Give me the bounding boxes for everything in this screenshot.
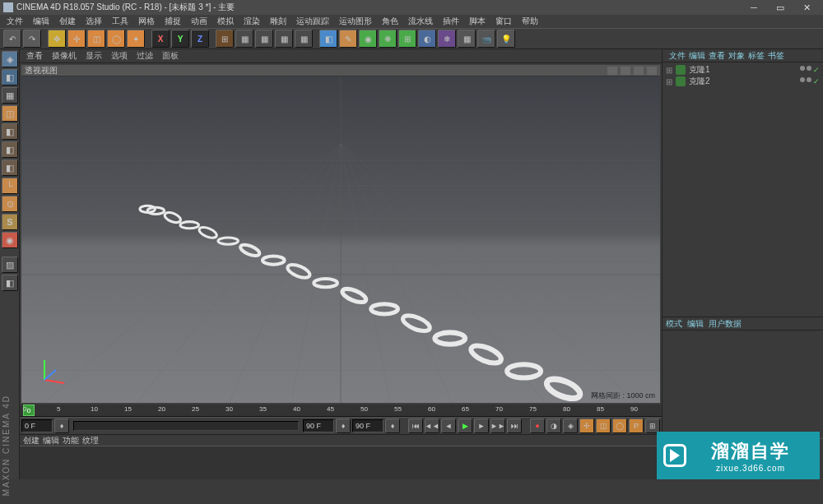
hypernurbs-button[interactable]: ❋ bbox=[379, 30, 397, 48]
timeline-ruler[interactable]: 0 0 5 10 15 20 25 30 35 40 45 50 55 60 6… bbox=[20, 405, 662, 417]
obj-tab-object[interactable]: 对象 bbox=[728, 50, 745, 62]
layer-dot[interactable] bbox=[800, 66, 805, 71]
vp-nav-pan-icon[interactable] bbox=[607, 67, 617, 75]
camera-button[interactable]: ▦ bbox=[458, 30, 476, 48]
menu-create[interactable]: 创建 bbox=[56, 16, 79, 27]
point-mode-button[interactable]: ◧ bbox=[2, 123, 18, 140]
coord-button[interactable]: ⊞ bbox=[216, 30, 234, 48]
obj-tab-bookmark[interactable]: 书签 bbox=[768, 50, 784, 62]
render-region-button[interactable]: ▦ bbox=[255, 30, 273, 48]
prev-key-button[interactable]: ◄◄ bbox=[425, 418, 439, 433]
scale-tool[interactable]: ◫ bbox=[87, 30, 105, 48]
axis-button[interactable]: └ bbox=[2, 178, 18, 194]
z-axis-toggle[interactable]: Z bbox=[191, 30, 209, 48]
goto-start-button[interactable]: ⏮ bbox=[408, 418, 423, 433]
attr-tab-userdata[interactable]: 用户数据 bbox=[709, 318, 742, 330]
frame-start-input[interactable] bbox=[21, 419, 53, 432]
mat-tab-texture[interactable]: 纹理 bbox=[82, 435, 99, 446]
menu-character[interactable]: 角色 bbox=[379, 16, 402, 27]
menu-snap[interactable]: 捕捉 bbox=[161, 16, 184, 27]
spin-button[interactable]: ♦ bbox=[385, 418, 400, 433]
keyframe-button[interactable]: ◈ bbox=[563, 418, 578, 433]
expand-icon[interactable]: ⊞ bbox=[666, 66, 672, 75]
mat-tab-create[interactable]: 创建 bbox=[23, 435, 40, 446]
light-button[interactable]: 📹 bbox=[477, 30, 495, 48]
menu-edit[interactable]: 编辑 bbox=[30, 16, 53, 27]
vp-tab-options[interactable]: 选项 bbox=[108, 50, 131, 62]
select-tool[interactable]: ✥ bbox=[48, 30, 66, 48]
obj-tab-file[interactable]: 文件 bbox=[669, 50, 686, 62]
undo-button[interactable]: ↶ bbox=[3, 30, 21, 48]
enable-check[interactable]: ✓ bbox=[813, 66, 820, 74]
frame-current-input[interactable] bbox=[352, 419, 384, 432]
vp-nav-rotate-icon[interactable] bbox=[634, 67, 644, 75]
viewport-3d[interactable]: 网格间距 : 1000 cm bbox=[21, 76, 660, 403]
deformer-button[interactable]: ◐ bbox=[418, 30, 436, 48]
obj-tab-edit[interactable]: 编辑 bbox=[689, 50, 705, 62]
vp-nav-max-icon[interactable] bbox=[647, 67, 657, 75]
live-select-tool[interactable]: ◈ bbox=[2, 51, 18, 67]
autokey-button[interactable]: ◑ bbox=[546, 418, 561, 433]
spin-button[interactable]: ♦ bbox=[54, 418, 69, 433]
material-panel[interactable] bbox=[20, 446, 662, 479]
move-tool[interactable]: ✢ bbox=[67, 30, 86, 48]
render-view-button[interactable]: ▦ bbox=[235, 30, 253, 48]
vp-tab-display[interactable]: 显示 bbox=[82, 50, 105, 62]
menu-tools[interactable]: 工具 bbox=[109, 16, 132, 27]
mat-tab-edit[interactable]: 编辑 bbox=[43, 435, 59, 446]
next-frame-button[interactable]: ► bbox=[474, 418, 489, 433]
workplane-lock-button[interactable]: ◉ bbox=[2, 232, 18, 248]
bulb-button[interactable]: 💡 bbox=[497, 30, 515, 48]
key-pos-button[interactable]: ✢ bbox=[579, 418, 594, 433]
texture-mode-button[interactable]: ▦ bbox=[2, 87, 18, 104]
y-axis-toggle[interactable]: Y bbox=[171, 30, 189, 48]
x-axis-toggle[interactable]: X bbox=[151, 30, 170, 48]
goto-end-button[interactable]: ⏭ bbox=[507, 418, 522, 433]
model-mode-button[interactable]: ◧ bbox=[2, 69, 18, 86]
timeline-range-slider[interactable] bbox=[73, 421, 299, 431]
key-scale-button[interactable]: ◫ bbox=[596, 418, 611, 433]
render-settings-button[interactable]: ▦ bbox=[295, 30, 313, 48]
vp-tab-view[interactable]: 查看 bbox=[23, 50, 46, 62]
menu-mograph[interactable]: 运动图形 bbox=[336, 16, 375, 27]
menu-script[interactable]: 脚本 bbox=[466, 16, 489, 27]
layer-dot[interactable] bbox=[800, 77, 805, 82]
frame-end-input[interactable] bbox=[303, 419, 334, 432]
vp-nav-zoom-icon[interactable] bbox=[621, 67, 630, 75]
menu-render[interactable]: 渲染 bbox=[240, 16, 263, 27]
menu-pipeline[interactable]: 流水线 bbox=[405, 16, 436, 27]
object-name[interactable]: 克隆2 bbox=[689, 76, 710, 87]
vp-tab-camera[interactable]: 摄像机 bbox=[49, 50, 80, 62]
menu-file[interactable]: 文件 bbox=[3, 16, 26, 27]
menu-plugins[interactable]: 插件 bbox=[439, 16, 463, 27]
menu-help[interactable]: 帮助 bbox=[518, 16, 542, 27]
close-button[interactable]: ✕ bbox=[793, 0, 820, 15]
nurbs-button[interactable]: ◉ bbox=[359, 30, 377, 48]
object-name[interactable]: 克隆1 bbox=[689, 64, 710, 76]
axis-ext-button[interactable]: ⊙ bbox=[2, 196, 18, 212]
expand-icon[interactable]: ⊞ bbox=[666, 77, 672, 86]
menu-sculpt[interactable]: 雕刻 bbox=[267, 16, 290, 27]
pen-tool[interactable]: ✎ bbox=[339, 30, 357, 48]
key-rot-button[interactable]: ◯ bbox=[612, 418, 627, 433]
object-row[interactable]: ⊞ 克隆1 ✓ bbox=[666, 64, 820, 76]
tweak-tool[interactable]: ▨ bbox=[2, 257, 18, 273]
object-manager[interactable]: ⊞ 克隆1 ✓ ⊞ 克隆2 ✓ bbox=[663, 62, 823, 317]
attr-tab-mode[interactable]: 模式 bbox=[666, 318, 682, 330]
vp-tab-filter[interactable]: 过滤 bbox=[133, 50, 156, 62]
play-button[interactable]: ▶ bbox=[458, 418, 472, 433]
array-button[interactable]: ⊞ bbox=[398, 30, 416, 48]
edge-mode-button[interactable]: ◧ bbox=[2, 141, 18, 158]
vp-tab-panel[interactable]: 面板 bbox=[159, 50, 182, 62]
render-pv-button[interactable]: ▦ bbox=[275, 30, 293, 48]
menu-simulate[interactable]: 模拟 bbox=[214, 16, 237, 27]
minimize-button[interactable]: ─ bbox=[741, 0, 767, 15]
menu-motiontracker[interactable]: 运动跟踪 bbox=[293, 16, 332, 27]
menu-select[interactable]: 选择 bbox=[82, 16, 105, 27]
maximize-button[interactable]: ▭ bbox=[767, 0, 793, 15]
menu-window[interactable]: 窗口 bbox=[492, 16, 515, 27]
menu-animate[interactable]: 动画 bbox=[188, 16, 211, 27]
prev-frame-button[interactable]: ◄ bbox=[441, 418, 456, 433]
redo-button[interactable]: ↷ bbox=[23, 30, 41, 48]
visibility-dot[interactable] bbox=[807, 77, 811, 82]
